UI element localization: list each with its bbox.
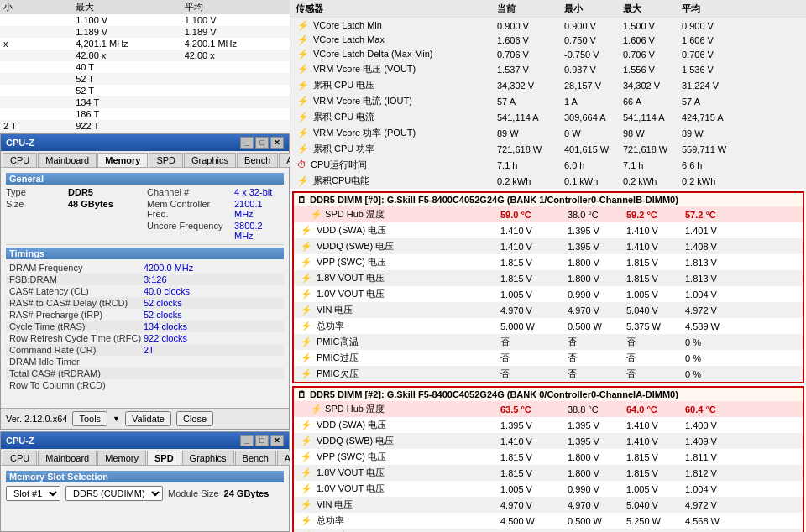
sensor-name: ⚡VDD (SWA) 电压 <box>297 418 499 432</box>
cpuz-tab-spd[interactable]: SPD <box>149 153 183 167</box>
sensor-avg: 424,715 A <box>680 112 739 123</box>
size-label: Size <box>6 199 65 219</box>
minimize-button2[interactable]: _ <box>240 435 254 446</box>
sensor-row: ⚡VCore Latch Min 0.900 V 0.900 V 1.500 V… <box>290 18 806 33</box>
cpuz-tab-cpu[interactable]: CPU <box>3 153 37 167</box>
sensor-min: 1.800 V <box>566 451 625 463</box>
sensor-row: ⚡累积 CPU 功率 721,618 W 401,615 W 721,618 W… <box>290 141 806 157</box>
sensor-min: 否 <box>566 351 625 365</box>
close-button2[interactable]: ✕ <box>270 435 284 446</box>
tools-dropdown-arrow[interactable]: ▼ <box>113 415 120 423</box>
tools-button[interactable]: Tools <box>72 411 107 426</box>
sensor-max: 1.815 V <box>625 257 683 269</box>
sensor-row: ⚡累积CPU电能 0.2 kWh 0.1 kWh 0.2 kWh 0.2 kWh <box>290 173 806 189</box>
sensor-min: 0.500 W <box>566 515 625 527</box>
sensor-min: 0.990 V <box>566 289 625 300</box>
type-label: Type <box>6 187 65 197</box>
col-max: 最大 <box>72 0 181 14</box>
spd-max: 59.2 °C <box>625 209 683 221</box>
top-table-cell <box>181 61 290 73</box>
minimize-button[interactable]: _ <box>240 137 254 149</box>
slot-select[interactable]: Slot #1 <box>6 486 60 501</box>
sensor-icon: ⚡ <box>299 514 314 526</box>
sensor-avg: 4.972 V <box>683 305 742 316</box>
sensor-icon: ⚡ <box>296 111 311 123</box>
top-table-cell <box>0 50 72 61</box>
sensor-max: 1.815 V <box>625 451 683 463</box>
sensor-row: ⚡总功率 5.000 W 0.500 W 5.375 W 4.589 W <box>294 318 803 334</box>
sensor-row: ⚡VDDQ (SWB) 电压 1.410 V 1.395 V 1.410 V 1… <box>294 238 803 254</box>
header-sensor: 传感器 <box>294 2 495 16</box>
sensor-current: 89 W <box>495 128 563 139</box>
timing-row: RAS# Precharge (tRP)52 clocks <box>6 309 284 321</box>
sensor-min: 28,157 V <box>563 80 621 91</box>
sensor-avg: 1.813 V <box>683 273 742 284</box>
top-table-cell: 134 T <box>72 96 181 108</box>
top-table-cell <box>0 61 72 73</box>
module-type-select[interactable]: DDR5 (CUDIMM) <box>65 486 163 501</box>
sensor-name: ⏱CPU运行时间 <box>294 158 495 172</box>
top-table-cell <box>0 85 72 96</box>
dimm-group: 🗒DDR5 DIMM [#2]: G.Skill F5-8400C4052G24… <box>292 386 804 532</box>
cpuz-tab2-memory[interactable]: Memory <box>97 451 146 465</box>
sensor-avg: 6.6 h <box>680 159 739 171</box>
sensor-icon: ⚡ <box>299 288 314 300</box>
validate-button[interactable]: Validate <box>125 411 171 426</box>
cpuz-tab-memory[interactable]: Memory <box>97 153 148 167</box>
spd-avg: 60.4 °C <box>683 404 742 415</box>
sensor-max: 5.040 V <box>625 499 683 511</box>
cpuz-tab2-spd[interactable]: SPD <box>147 451 181 465</box>
close-button-footer[interactable]: Close <box>176 411 213 426</box>
cpuz-window-spd: CPU-Z _ □ ✕ CPUMainboardMemorySPDGraphic… <box>0 431 290 532</box>
uncore-value: 3800.2 MHz <box>234 221 284 241</box>
sensor-row: ⚡1.0V VOUT 电压 1.005 V 0.990 V 1.005 V 1.… <box>294 481 803 497</box>
top-table-cell: 1.189 V <box>72 26 181 38</box>
sensor-min: 0 W <box>563 128 621 139</box>
top-table-cell: 1.100 V <box>181 14 290 26</box>
sensor-current: 1.815 V <box>499 257 566 269</box>
sensor-icon: ⚡ <box>299 435 314 446</box>
cpuz-tab-mainboard[interactable]: Mainboard <box>38 153 97 167</box>
timing-row: Row Refresh Cycle Time (tRFC)922 clocks <box>6 332 284 344</box>
sensor-max: 1.410 V <box>625 436 683 447</box>
cpuz-tab2-graphics[interactable]: Graphics <box>182 451 234 465</box>
cpuz-tab2-mainboard[interactable]: Mainboard <box>38 451 97 465</box>
sensor-avg: 4.568 W <box>683 515 742 527</box>
sensor-icon: ⚡ <box>299 304 314 316</box>
maximize-button[interactable]: □ <box>255 137 269 149</box>
sensor-max: 0.706 V <box>621 49 680 60</box>
dimm-icon: 🗒 <box>297 389 306 399</box>
sensor-name: ⚡总功率 <box>297 319 499 333</box>
timing-value: 3:126 <box>144 274 280 284</box>
sensor-avg: 1.004 V <box>683 483 742 495</box>
sensor-max: 1.410 V <box>625 225 683 237</box>
sensor-name: ⚡VCore Latch Delta (Max-Min) <box>294 48 495 60</box>
sensor-max: 541,114 A <box>621 112 680 123</box>
cpuz-tabs: CPUMainboardMemorySPDGraphicsBenchAbout <box>1 151 289 168</box>
sensor-current: 541,114 A <box>495 112 563 123</box>
sensor-avg: 1.813 V <box>683 257 742 269</box>
sensor-current: 4.970 V <box>499 499 566 511</box>
maximize-button2[interactable]: □ <box>255 435 269 446</box>
header-avg: 平均 <box>680 2 739 16</box>
cpuz-tab-bench[interactable]: Bench <box>237 153 278 167</box>
sensor-name: ⚡VCore Latch Max <box>294 34 495 46</box>
sensor-current: 1.395 V <box>499 420 566 431</box>
close-button[interactable]: ✕ <box>270 137 284 149</box>
timing-row: DRAM Frequency4200.0 MHz <box>6 262 284 274</box>
sensor-max: 5.040 V <box>625 305 683 316</box>
top-table-cell: 40 T <box>72 61 181 73</box>
cpuz-tab2-cpu[interactable]: CPU <box>3 451 37 465</box>
sensor-max: 1.005 V <box>625 483 683 495</box>
cpuz-tab-graphics[interactable]: Graphics <box>184 153 236 167</box>
slot-section-header: Memory Slot Selection <box>6 471 284 482</box>
sensor-current: 否 <box>499 335 566 349</box>
sensor-min: 1.395 V <box>566 420 625 431</box>
sensor-min: 1.800 V <box>566 257 625 269</box>
sensor-icon: ⏱ <box>296 159 308 170</box>
sensor-avg: 0.706 V <box>680 49 739 60</box>
header-current: 当前 <box>495 2 563 16</box>
timing-label: Cycle Time (tRAS) <box>9 321 144 331</box>
sensor-current: 否 <box>499 367 566 381</box>
cpuz-tab2-bench[interactable]: Bench <box>235 451 276 465</box>
